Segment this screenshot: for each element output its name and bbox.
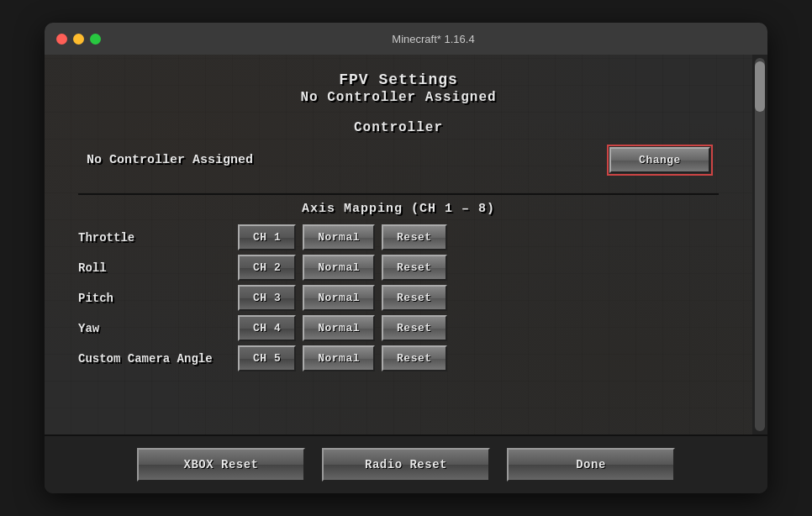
axis-row: Throttle CH 1 Normal Reset	[78, 224, 719, 250]
reset-button-2[interactable]: Reset	[382, 285, 447, 311]
axis-name-2: Pitch	[78, 292, 229, 305]
ch-button-1[interactable]: CH 2	[238, 255, 296, 281]
scrollbar-thumb[interactable]	[755, 61, 765, 112]
divider	[78, 193, 719, 195]
controller-row: No Controller Assigned Change	[78, 147, 719, 173]
axis-name-0: Throttle	[78, 231, 229, 245]
axis-controls-2: CH 3 Normal Reset	[238, 285, 447, 311]
axis-row: Yaw CH 4 Normal Reset	[78, 315, 719, 341]
scrollbar[interactable]	[752, 55, 767, 434]
page-title: FPV Settings	[78, 71, 719, 88]
page-subtitle: No Controller Assigned	[78, 90, 719, 105]
content-area: FPV Settings No Controller Assigned Cont…	[45, 55, 767, 434]
normal-button-4[interactable]: Normal	[303, 345, 375, 371]
done-button[interactable]: Done	[507, 448, 675, 482]
ch-button-0[interactable]: CH 1	[238, 224, 296, 250]
axis-controls-0: CH 1 Normal Reset	[238, 224, 447, 250]
page-header: FPV Settings No Controller Assigned	[78, 71, 719, 105]
normal-button-2[interactable]: Normal	[303, 285, 375, 311]
radio-reset-button[interactable]: Radio Reset	[322, 448, 490, 482]
reset-button-3[interactable]: Reset	[382, 315, 447, 341]
axis-controls-3: CH 4 Normal Reset	[238, 315, 447, 341]
axis-row: Pitch CH 3 Normal Reset	[78, 285, 719, 311]
scrollbar-track	[755, 58, 765, 431]
main-panel: FPV Settings No Controller Assigned Cont…	[45, 55, 752, 434]
ch-button-4[interactable]: CH 5	[238, 345, 296, 371]
axis-name-3: Yaw	[78, 322, 229, 335]
xbox-reset-button[interactable]: XBOX Reset	[137, 448, 305, 482]
reset-button-0[interactable]: Reset	[382, 224, 447, 250]
maximize-button[interactable]	[90, 34, 101, 45]
bottom-bar: XBOX Reset Radio Reset Done	[45, 434, 767, 493]
reset-button-4[interactable]: Reset	[382, 345, 447, 371]
ch-button-2[interactable]: CH 3	[238, 285, 296, 311]
normal-button-3[interactable]: Normal	[303, 315, 375, 341]
traffic-lights	[56, 34, 101, 45]
controller-section-label: Controller	[78, 120, 719, 135]
axis-name-1: Roll	[78, 261, 229, 275]
normal-button-0[interactable]: Normal	[303, 224, 375, 250]
axis-name-4: Custom Camera Angle	[78, 352, 229, 366]
app-window: Minecraft* 1.16.4 FPV Settings No Contro…	[45, 23, 767, 493]
axis-rows: Throttle CH 1 Normal Reset Roll CH 2 Nor…	[78, 224, 719, 418]
window-title: Minecraft* 1.16.4	[111, 33, 756, 45]
axis-controls-4: CH 5 Normal Reset	[238, 345, 447, 371]
axis-controls-1: CH 2 Normal Reset	[238, 255, 447, 281]
axis-row: Custom Camera Angle CH 5 Normal Reset	[78, 345, 719, 371]
normal-button-1[interactable]: Normal	[303, 255, 375, 281]
close-button[interactable]	[56, 34, 67, 45]
minimize-button[interactable]	[73, 34, 84, 45]
controller-assigned-label: No Controller Assigned	[87, 153, 253, 167]
axis-row: Roll CH 2 Normal Reset	[78, 255, 719, 281]
ch-button-3[interactable]: CH 4	[238, 315, 296, 341]
axis-section-header: Axis Mapping (CH 1 – 8)	[78, 202, 719, 216]
change-button[interactable]: Change	[609, 147, 710, 173]
titlebar: Minecraft* 1.16.4	[45, 23, 767, 55]
reset-button-1[interactable]: Reset	[382, 255, 447, 281]
